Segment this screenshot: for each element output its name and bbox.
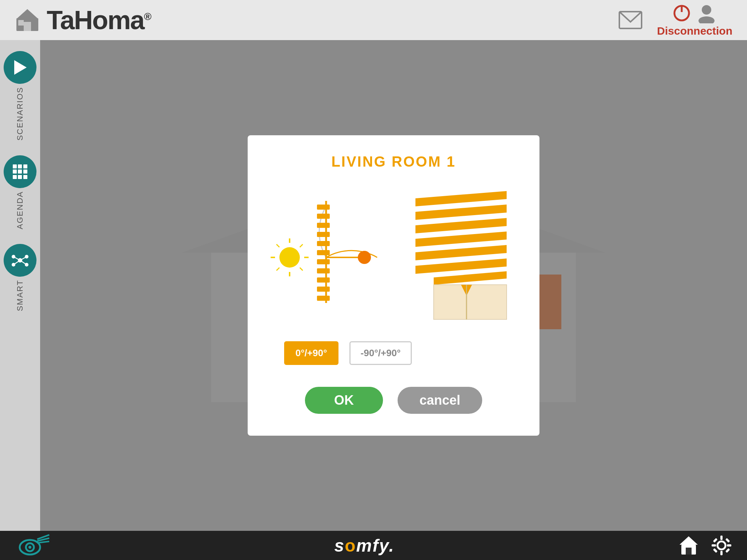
svg-rect-10 xyxy=(13,164,17,168)
svg-rect-14 xyxy=(18,170,22,174)
svg-line-56 xyxy=(276,268,279,271)
svg-rect-78 xyxy=(720,551,723,555)
svg-rect-36 xyxy=(317,223,330,228)
svg-rect-41 xyxy=(317,268,330,273)
svg-marker-1 xyxy=(16,9,38,19)
svg-rect-13 xyxy=(13,170,17,174)
blinds-panel xyxy=(405,184,518,323)
svg-point-48 xyxy=(279,247,300,268)
logo-text: TaHoma® xyxy=(47,5,151,35)
svg-marker-73 xyxy=(680,536,698,545)
angle-buttons: 0°/+90° -90°/+90° xyxy=(270,341,518,365)
svg-marker-61 xyxy=(415,245,507,260)
svg-line-55 xyxy=(300,244,303,247)
svg-rect-34 xyxy=(317,205,330,210)
angle-btn-0-90[interactable]: 0°/+90° xyxy=(284,341,338,365)
svg-point-7 xyxy=(702,5,711,15)
modal-dialog: LIVING ROOM 1 xyxy=(248,135,539,436)
sidebar-smart-label: SMART xyxy=(15,280,25,311)
sidebar-item-scenarios[interactable]: SCENARIOS xyxy=(4,51,36,141)
agenda-button[interactable] xyxy=(4,155,36,188)
svg-rect-38 xyxy=(317,241,330,246)
logo-area: TaHoma® xyxy=(15,5,151,35)
angle-panel xyxy=(270,184,383,323)
svg-line-72 xyxy=(37,541,49,543)
user-area: Disconnection xyxy=(657,3,732,37)
disconnection-label[interactable]: Disconnection xyxy=(657,25,732,37)
svg-marker-60 xyxy=(415,232,507,247)
angle-visual xyxy=(270,184,383,323)
svg-rect-83 xyxy=(713,548,718,553)
modal-content xyxy=(270,184,518,323)
svg-rect-11 xyxy=(18,164,22,168)
footer-right xyxy=(678,534,732,556)
main-area: SCENARIOS AGENDA xyxy=(0,40,747,531)
svg-rect-37 xyxy=(317,232,330,237)
sidebar-scenarios-label: SCENARIOS xyxy=(15,87,25,141)
svg-rect-18 xyxy=(23,175,27,179)
svg-rect-64 xyxy=(434,285,507,319)
header: TaHoma® Disconnection xyxy=(0,0,747,40)
settings-icon[interactable] xyxy=(711,534,732,556)
svg-rect-80 xyxy=(727,544,731,547)
svg-rect-81 xyxy=(713,538,718,543)
svg-point-76 xyxy=(717,541,725,549)
svg-rect-79 xyxy=(712,544,716,547)
svg-line-54 xyxy=(300,268,303,271)
svg-line-27 xyxy=(20,260,27,265)
svg-rect-82 xyxy=(725,548,730,553)
blinds-visual xyxy=(405,184,518,323)
svg-rect-35 xyxy=(317,214,330,219)
modal-title: LIVING ROOM 1 xyxy=(331,153,456,170)
svg-rect-16 xyxy=(13,175,17,179)
cancel-button[interactable]: cancel xyxy=(398,387,482,414)
svg-rect-84 xyxy=(725,538,730,543)
home-icon xyxy=(15,7,40,33)
svg-rect-43 xyxy=(317,287,330,292)
footer: somfy. xyxy=(0,531,747,560)
svg-rect-39 xyxy=(317,250,330,255)
smart-button[interactable] xyxy=(4,244,36,277)
svg-marker-63 xyxy=(434,271,507,285)
home-footer-icon[interactable] xyxy=(678,534,700,556)
sidebar-item-agenda[interactable]: AGENDA xyxy=(4,155,36,229)
angle-btn-neg90-90[interactable]: -90°/+90° xyxy=(349,341,412,365)
svg-marker-58 xyxy=(415,205,507,220)
svg-rect-17 xyxy=(18,175,22,179)
sidebar-item-smart[interactable]: SMART xyxy=(4,244,36,311)
svg-line-53 xyxy=(276,244,279,247)
svg-rect-75 xyxy=(686,548,692,555)
power-icon[interactable] xyxy=(673,4,691,22)
svg-point-47 xyxy=(358,251,371,264)
svg-marker-59 xyxy=(415,218,507,233)
action-buttons: OK cancel xyxy=(305,387,482,414)
svg-rect-44 xyxy=(317,296,330,301)
svg-rect-3 xyxy=(18,20,24,26)
svg-marker-62 xyxy=(415,258,507,274)
ok-button[interactable]: OK xyxy=(305,387,383,414)
content-area: LIVING ROOM 1 xyxy=(40,40,747,531)
sidebar: SCENARIOS AGENDA xyxy=(0,40,40,531)
svg-rect-77 xyxy=(720,536,723,540)
svg-rect-15 xyxy=(23,170,27,174)
svg-line-26 xyxy=(13,260,20,265)
svg-point-8 xyxy=(698,16,715,23)
mail-icon[interactable] xyxy=(619,11,642,29)
svg-rect-42 xyxy=(317,277,330,283)
watch-icon[interactable] xyxy=(15,532,51,559)
footer-logo: somfy. xyxy=(334,536,395,556)
svg-rect-2 xyxy=(24,22,31,31)
modal-overlay: LIVING ROOM 1 xyxy=(40,40,747,531)
header-right: Disconnection xyxy=(619,3,732,37)
user-icon[interactable] xyxy=(697,3,717,23)
svg-rect-12 xyxy=(23,164,27,168)
play-button[interactable] xyxy=(4,51,36,84)
svg-point-69 xyxy=(28,546,31,549)
svg-marker-57 xyxy=(415,191,507,206)
svg-marker-9 xyxy=(14,60,27,75)
sidebar-agenda-label: AGENDA xyxy=(15,191,25,229)
svg-rect-40 xyxy=(317,259,330,264)
